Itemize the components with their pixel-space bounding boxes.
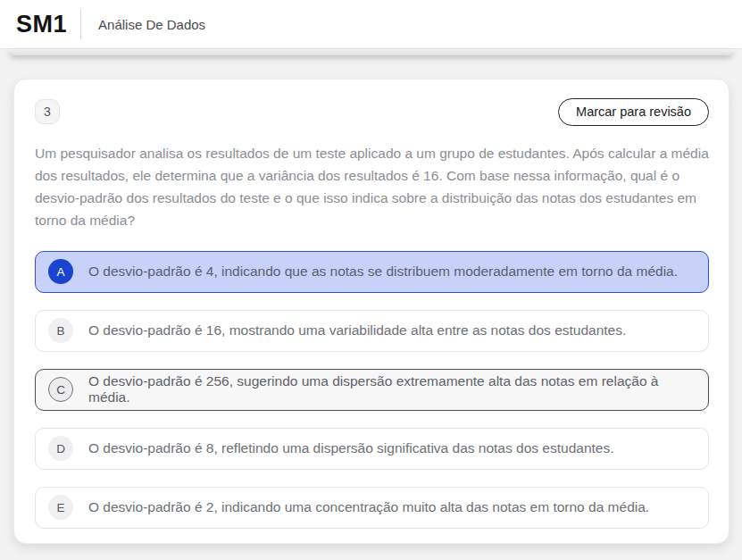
option-text: O desvio-padrão é 16, mostrando uma vari…: [88, 322, 626, 339]
option-D[interactable]: DO desvio-padrão é 8, refletindo uma dis…: [35, 428, 709, 470]
app-header: SM1 Análise De Dados: [0, 0, 742, 49]
app-logo: SM1: [16, 11, 67, 38]
question-text: Um pesquisador analisa os resultados de …: [35, 142, 709, 231]
option-letter-badge: B: [48, 318, 73, 343]
option-E[interactable]: EO desvio-padrão é 2, indicando uma conc…: [35, 487, 709, 529]
option-text: O desvio-padrão é 2, indicando uma conce…: [88, 499, 649, 515]
option-text: O desvio-padrão é 4, indicando que as no…: [88, 263, 678, 280]
previous-question-card-edge: [9, 49, 733, 55]
option-text: O desvio-padrão é 8, refletindo uma disp…: [88, 440, 614, 456]
option-A[interactable]: AO desvio-padrão é 4, indicando que as n…: [35, 251, 709, 293]
option-letter-badge: A: [48, 259, 73, 284]
option-letter-badge: C: [48, 377, 73, 402]
options-list: AO desvio-padrão é 4, indicando que as n…: [35, 251, 709, 529]
option-B[interactable]: BO desvio-padrão é 16, mostrando uma var…: [35, 310, 709, 352]
option-text: O desvio-padrão é 256, sugerindo uma dis…: [88, 373, 696, 405]
exam-title: Análise De Dados: [98, 17, 205, 32]
question-number-badge: 3: [35, 99, 60, 124]
option-C[interactable]: CO desvio-padrão é 256, sugerindo uma di…: [35, 369, 709, 411]
card-top-row: 3 Marcar para revisão: [35, 98, 709, 126]
mark-for-review-button[interactable]: Marcar para revisão: [558, 98, 709, 126]
option-letter-badge: D: [48, 436, 73, 461]
question-card: 3 Marcar para revisão Um pesquisador ana…: [13, 79, 729, 544]
option-letter-badge: E: [48, 495, 73, 520]
header-divider: [80, 9, 81, 39]
